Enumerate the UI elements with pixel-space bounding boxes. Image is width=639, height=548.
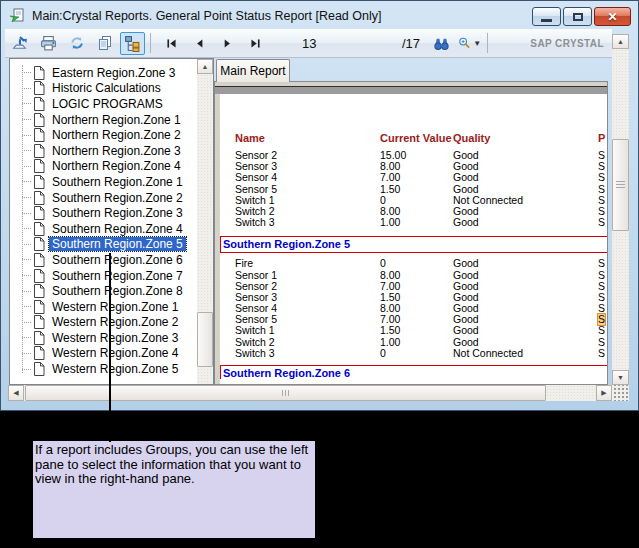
- report-cell-p: S: [598, 348, 605, 359]
- tree-item[interactable]: Southern Region.Zone 2: [12, 190, 196, 206]
- scroll-up-arrow[interactable]: ▲: [197, 59, 213, 74]
- tree-item[interactable]: LOGIC PROGRAMS: [12, 96, 196, 112]
- tree-connector: [22, 197, 31, 198]
- tree-item-label: Western Region.Zone 1: [49, 300, 182, 314]
- thumb-grip: [282, 390, 289, 396]
- tree-item[interactable]: Western Region.Zone 3: [12, 330, 196, 346]
- tree-item[interactable]: Western Region.Zone 4: [12, 346, 196, 362]
- tree-connector: [22, 244, 31, 245]
- tree-item[interactable]: Southern Region.Zone 5: [12, 237, 196, 253]
- report-row: Sensor 215.00GoodS: [220, 150, 607, 161]
- zoom-button[interactable]: ▼: [457, 32, 482, 55]
- tree-vertical-scrollbar[interactable]: ▲: [197, 59, 213, 384]
- find-button[interactable]: [429, 32, 454, 55]
- tree-connector: [22, 353, 31, 354]
- print-button[interactable]: [36, 32, 61, 55]
- tree-item-label: Southern Region.Zone 7: [49, 269, 186, 283]
- tree-item[interactable]: Northern Region.Zone 1: [12, 112, 196, 128]
- scroll-thumb[interactable]: [612, 139, 629, 231]
- page-total-label: /17: [402, 36, 420, 51]
- document-icon: [33, 191, 45, 205]
- tree-item[interactable]: Historic Calculations: [12, 81, 196, 97]
- report-vertical-scrollbar[interactable]: ▲ ▼: [612, 34, 629, 385]
- report-cell-n: Sensor 4: [235, 172, 277, 183]
- tree-item[interactable]: Western Region.Zone 5: [12, 361, 196, 377]
- tree-item[interactable]: Southern Region.Zone 7: [12, 268, 196, 284]
- horizontal-scrollbar[interactable]: ◀ ▶: [8, 385, 629, 401]
- tree-item[interactable]: Southern Region.Zone 4: [12, 221, 196, 237]
- page-top-band: [215, 86, 607, 94]
- report-cell-n: Sensor 1: [235, 270, 277, 281]
- tree-connector: [22, 291, 31, 292]
- tree-connector: [22, 88, 31, 89]
- report-row: Switch 30Not ConnectedS: [220, 348, 607, 359]
- maximize-button[interactable]: [563, 7, 592, 26]
- report-cell-v: 7.00: [380, 172, 400, 183]
- tree-item[interactable]: Southern Region.Zone 6: [12, 252, 196, 268]
- titlebar[interactable]: Main:Crystal Reports. General Point Stat…: [5, 3, 634, 29]
- previous-page-button[interactable]: [187, 32, 212, 55]
- report-cell-n: Switch 2: [235, 337, 275, 348]
- report-app-icon: [9, 8, 25, 24]
- tree-connector: [22, 337, 31, 338]
- report-cell-n: Sensor 5: [235, 184, 277, 195]
- report-row: Switch 11.50GoodS: [220, 325, 607, 336]
- next-page-button[interactable]: [215, 32, 240, 55]
- scroll-down-arrow[interactable]: ▼: [612, 370, 629, 385]
- report-cell-p: S: [598, 172, 605, 183]
- tree-connector: [22, 322, 31, 323]
- tree-connector: [22, 275, 31, 276]
- scroll-up-arrow[interactable]: ▲: [612, 34, 629, 49]
- scroll-thumb[interactable]: [197, 312, 213, 367]
- report-cell-p: S: [598, 258, 605, 269]
- report-body: Sensor 215.00GoodSSensor 38.00GoodSSenso…: [220, 150, 607, 384]
- scroll-right-arrow[interactable]: ▶: [596, 385, 612, 401]
- zoom-dropdown-caret: ▼: [473, 39, 481, 48]
- report-row: Sensor 27.00GoodS: [220, 281, 607, 292]
- report-cell-q: Good: [453, 172, 479, 183]
- brand-label: SAP CRYSTAL: [530, 38, 604, 49]
- scroll-left-arrow[interactable]: ◀: [8, 385, 24, 401]
- tree-item[interactable]: Southern Region.Zone 8: [12, 283, 196, 299]
- tree-item[interactable]: Northern Region.Zone 2: [12, 127, 196, 143]
- document-icon: [33, 206, 45, 220]
- close-button[interactable]: ✕: [594, 7, 631, 26]
- copy-button[interactable]: [92, 32, 117, 55]
- tree-item[interactable]: Southern Region.Zone 1: [12, 174, 196, 190]
- tree-item-label: Southern Region.Zone 1: [49, 175, 186, 189]
- tree-item[interactable]: Northern Region.Zone 3: [12, 143, 196, 159]
- document-icon: [33, 300, 45, 314]
- tree-item-label: LOGIC PROGRAMS: [49, 97, 166, 111]
- tree-connector: [22, 103, 31, 104]
- report-cell-n: Fire: [235, 258, 253, 269]
- export-button[interactable]: [8, 32, 33, 55]
- binoculars-icon: [433, 35, 450, 52]
- tree-connector: [22, 259, 31, 260]
- document-icon: [33, 237, 45, 251]
- document-icon: [33, 269, 45, 283]
- tree-item[interactable]: Eastern Region.Zone 3: [12, 65, 196, 81]
- last-page-button[interactable]: [243, 32, 268, 55]
- report-row: Sensor 57.00GoodS: [220, 314, 607, 325]
- tree-connector: [22, 228, 31, 229]
- minimize-button[interactable]: [532, 7, 561, 26]
- resize-grip[interactable]: [612, 385, 629, 401]
- scroll-thumb[interactable]: [25, 385, 546, 401]
- page-number-field[interactable]: 13: [302, 36, 402, 51]
- report-row: Sensor 18.00GoodS: [220, 270, 607, 281]
- document-icon: [33, 175, 45, 189]
- toggle-group-tree-button[interactable]: [120, 32, 145, 55]
- report-cell-p: S: [598, 325, 605, 336]
- tab-main-report[interactable]: Main Report: [216, 59, 290, 82]
- document-icon: [33, 144, 45, 158]
- report-pane: Main Report Name Current Value Quality P…: [214, 58, 608, 385]
- tree-item[interactable]: Western Region.Zone 2: [12, 315, 196, 331]
- tree-item[interactable]: Northern Region.Zone 4: [12, 159, 196, 175]
- refresh-button[interactable]: [64, 32, 89, 55]
- tree-item[interactable]: Southern Region.Zone 3: [12, 205, 196, 221]
- tree-connector: [22, 213, 31, 214]
- report-cell-p: S: [598, 184, 605, 195]
- column-header-p: P: [598, 132, 605, 144]
- tree-item[interactable]: Western Region.Zone 1: [12, 299, 196, 315]
- first-page-button[interactable]: [159, 32, 184, 55]
